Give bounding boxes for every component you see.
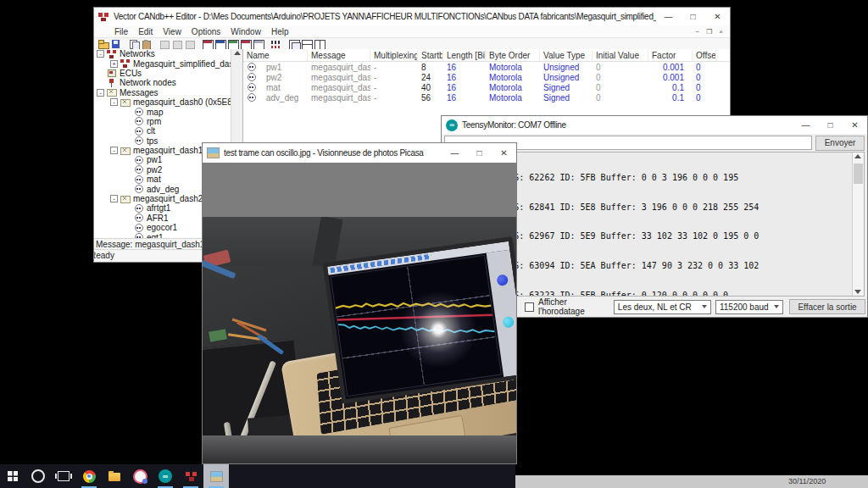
signal-icon [134, 185, 144, 193]
tree-item-megasquirt-network[interactable]: +Megasquirt_simplified_dash_broad [94, 58, 242, 68]
scrollbar-thumb[interactable] [854, 164, 863, 184]
picasa-window-title: test trame can oscillo.jpg - Visionneuse… [224, 148, 442, 158]
minimize-button[interactable]: — [793, 116, 818, 134]
copy-icon[interactable] [128, 39, 141, 50]
table-header[interactable]: NameMessageMultiplexing/...StartbitLengt… [243, 50, 730, 62]
taskbar-file-explorer[interactable] [102, 464, 127, 488]
ecus-view-icon[interactable] [227, 39, 240, 50]
tree-item-clt[interactable]: clt [94, 126, 242, 136]
table-row[interactable]: pw2megasquirt_dash1-2416MotorolaUnsigned… [243, 72, 730, 82]
taskbar-vector-candb[interactable] [178, 464, 203, 488]
signal-icon [134, 108, 144, 116]
candb-titlebar[interactable]: Vector CANdb++ Editor - D:\Mes Documents… [94, 8, 730, 25]
tree-item-networks[interactable]: -Networks [94, 49, 242, 58]
candb-window-title: Vector CANdb++ Editor - D:\Mes Documents… [114, 12, 656, 21]
mdi-window-controls[interactable]: −❒× [695, 28, 730, 36]
table-row[interactable]: matmegasquirt_dash1-4016MotorolaSigned00… [243, 82, 730, 92]
consistency-check-icon[interactable] [184, 39, 197, 50]
cascade-windows-icon[interactable] [288, 39, 301, 50]
timestamp-checkbox[interactable] [525, 302, 534, 312]
start-button[interactable] [0, 464, 25, 488]
message-icon [120, 98, 131, 107]
tile-horizontal-icon[interactable] [301, 39, 314, 50]
signal-icon [134, 136, 144, 145]
messages-view-icon[interactable] [240, 39, 253, 50]
table-row[interactable]: pw1megasquirt_dash1-816MotorolaUnsigned0… [243, 62, 730, 72]
arduino-icon: ∞ [446, 119, 458, 131]
delete-object-icon[interactable] [171, 39, 184, 50]
signal-icon [247, 83, 260, 92]
menu-file[interactable]: File [109, 27, 133, 36]
menu-edit[interactable]: Edit [133, 27, 158, 36]
menu-view[interactable]: View [158, 27, 186, 36]
minimize-button[interactable]: — [656, 8, 681, 25]
scroll-up-icon[interactable] [234, 51, 241, 55]
minimize-button[interactable]: — [442, 143, 467, 163]
maximize-button[interactable]: □ [818, 116, 843, 134]
folder-icon [108, 473, 120, 481]
menu-options[interactable]: Options [186, 27, 225, 36]
signal-icon [134, 204, 144, 213]
ecu-icon [107, 69, 117, 77]
search-circle-icon [31, 469, 45, 483]
close-button[interactable]: ✕ [843, 116, 867, 134]
networks-view-icon[interactable] [214, 39, 227, 50]
signal-icon [134, 117, 144, 125]
chevron-down-icon [702, 305, 707, 308]
serial-scrollbar[interactable] [852, 152, 864, 296]
vector-candb-icon [186, 471, 197, 481]
new-object-icon[interactable] [159, 39, 171, 50]
photo-oscilloscope-app [327, 241, 516, 400]
tile-vertical-icon[interactable] [314, 39, 326, 50]
cortana-search-button[interactable] [25, 464, 51, 488]
signal-icon [134, 214, 144, 222]
tree-item-network-nodes[interactable]: Network nodes [94, 78, 242, 87]
teensy-titlebar[interactable]: ∞ TeensyMonitor: COM7 Offline — □ ✕ [442, 116, 867, 134]
taskbar-date[interactable]: 30/11/2020 [788, 477, 826, 485]
picasa-titlebar[interactable]: test trame can oscillo.jpg - Visionneuse… [203, 143, 516, 163]
tree-item-rpm[interactable]: rpm [94, 117, 242, 126]
open-file-icon[interactable] [97, 39, 110, 50]
photo-scope-plot [331, 255, 502, 396]
paste-icon[interactable] [141, 39, 153, 50]
message-icon [120, 147, 131, 155]
close-button[interactable]: ✕ [705, 8, 730, 25]
overall-view-icon[interactable] [202, 39, 214, 50]
network-icon [107, 50, 117, 58]
close-button[interactable]: ✕ [492, 143, 516, 163]
photo-blue-knob [496, 274, 509, 286]
photo-cyan-knob [502, 316, 515, 329]
taskbar-chrome[interactable] [76, 464, 102, 488]
tree-item-messages[interactable]: -Messages [94, 88, 242, 97]
dec-hex-toggle-icon[interactable] [270, 39, 283, 50]
maximize-button[interactable]: □ [681, 8, 705, 25]
taskbar-arduino[interactable]: ∞ [153, 464, 178, 488]
baud-rate-select[interactable]: 115200 baud [715, 300, 783, 314]
send-button[interactable]: Envoyer [815, 136, 865, 151]
line-ending-select[interactable]: Les deux, NL et CR [614, 300, 711, 314]
timestamp-label: Afficher l'horodatage [538, 297, 614, 316]
taskbar-unknown-app[interactable] [127, 464, 153, 488]
menu-window[interactable]: Window [225, 27, 266, 36]
tree-item-ecus[interactable]: ECUs [94, 69, 242, 78]
tree-item-megasquirt-dash0[interactable]: -megasquirt_dash0 (0x5E8) [94, 97, 242, 107]
scroll-down-icon[interactable] [854, 290, 861, 294]
maximize-button[interactable]: □ [467, 143, 492, 163]
chrome-icon [83, 470, 96, 483]
photo-flash-glare [393, 284, 484, 374]
task-view-button[interactable] [51, 464, 76, 488]
menu-help[interactable]: Help [266, 27, 294, 36]
table-row[interactable]: adv_degmegasquirt_dash1-5616MotorolaSign… [243, 92, 730, 103]
clear-output-button[interactable]: Effacer la sortie [789, 299, 865, 314]
picasa-icon [210, 471, 223, 482]
chevron-down-icon [774, 305, 779, 308]
message-icon [107, 88, 117, 97]
taskbar-picasa-active[interactable] [203, 464, 229, 488]
signal-icon [247, 93, 260, 102]
signals-view-icon[interactable] [253, 39, 265, 50]
tree-item-map[interactable]: map [94, 107, 242, 116]
save-icon[interactable] [110, 39, 123, 50]
scroll-up-icon[interactable] [854, 154, 861, 158]
signal-icon [134, 165, 144, 174]
desktop: Vector CANdb++ Editor - D:\Mes Documents… [0, 0, 868, 488]
